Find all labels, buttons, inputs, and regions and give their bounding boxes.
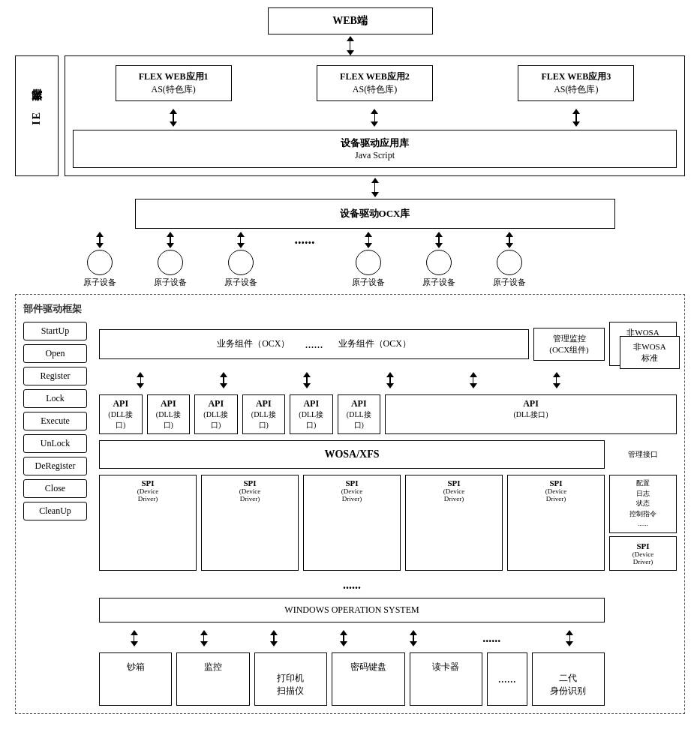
left-buttons: StartUp Open Register Lock Execute UnLoc… — [23, 322, 87, 520]
api-cell-right: API (DLL接口) — [385, 394, 677, 434]
hw-arrow-5 — [410, 630, 417, 646]
hw5-label: 读卡器 — [432, 662, 459, 672]
btn-register[interactable]: Register — [23, 367, 87, 386]
api3-title: API — [200, 398, 233, 410]
spi4-sub: (DeviceDriver) — [409, 488, 499, 502]
win-os-label: WINDOWS OPERATION SYSTEM — [284, 604, 419, 615]
mgmt-info-2: 日志 — [613, 489, 673, 500]
main-content: 业务组件（OCX） ...... 业务组件（OCX） 管理监控 (OCX组件) … — [99, 322, 677, 706]
wosa-box: WOSA/XFS — [99, 440, 605, 469]
atom-3: 原子设备 — [224, 232, 257, 288]
mgmt-line1: 管理监控 — [542, 333, 596, 344]
btn-open[interactable]: Open — [23, 344, 87, 363]
atom-label-2: 原子设备 — [154, 277, 187, 288]
spi-cell-5: SPI (DeviceDriver) — [507, 475, 605, 571]
atom-4: 原子设备 — [352, 232, 385, 288]
bi-arrow-main — [371, 178, 379, 197]
biz-arrow-6 — [553, 372, 560, 388]
flex-apps-row: FLEX WEB应用1 AS(特色库) FLEX WEB应用2 AS(特色库) … — [73, 65, 677, 101]
btn-unlock[interactable]: UnLock — [23, 434, 87, 453]
api1-title: API — [104, 398, 137, 410]
flex-apps-container: FLEX WEB应用1 AS(特色库) FLEX WEB应用2 AS(特色库) … — [65, 56, 685, 176]
hw-arrow-1 — [131, 630, 138, 646]
api2-sub: (DLL接口) — [152, 410, 185, 430]
hw-cell-dots: ...... — [487, 652, 527, 706]
hw-arrow-3 — [270, 630, 278, 646]
api-right-title: API — [390, 398, 671, 410]
api-cell-3: API (DLL接口) — [194, 394, 238, 434]
spi1-sub: (DeviceDriver) — [103, 488, 193, 502]
hw2-label: 监控 — [204, 662, 222, 672]
atom-circle-2 — [158, 250, 183, 275]
api-cell-5: API (DLL接口) — [290, 394, 333, 434]
bi-arrow-1 — [170, 109, 177, 127]
mgmt-info-1: 配置 — [613, 478, 673, 489]
flex-app-3: FLEX WEB应用3 AS(特色库) — [518, 65, 634, 101]
atom-dots: ...... — [294, 232, 314, 255]
spi1-title: SPI — [103, 478, 193, 488]
ie-browser-box: IE浏览器 — [15, 56, 59, 176]
hw-arrow-2 — [200, 630, 208, 646]
hw-arrow-6 — [566, 630, 573, 646]
hw4-label: 密码键盘 — [350, 662, 386, 672]
btn-cleanup[interactable]: CleanUp — [23, 502, 87, 520]
hw-cell-2: 监控 — [176, 652, 249, 706]
atom-label-3: 原子设备 — [224, 277, 257, 288]
atom-5: 原子设备 — [422, 232, 455, 288]
bi-arrow-3 — [572, 109, 580, 127]
spi-dots: ...... — [99, 578, 677, 592]
btn-deregister[interactable]: DeRegister — [23, 457, 87, 476]
atom-label-4: 原子设备 — [352, 277, 385, 288]
atom-label-5: 原子设备 — [422, 277, 455, 288]
atom-circle-3 — [228, 250, 254, 275]
web-label: WEB端 — [332, 15, 368, 26]
atom-label-1: 原子设备 — [83, 277, 116, 288]
biz-arrow-1 — [137, 372, 144, 388]
biz-components-box: 业务组件（OCX） ...... 业务组件（OCX） — [99, 329, 529, 359]
atom-circle-4 — [356, 250, 381, 275]
nowosa-std-2: 标准 — [623, 352, 676, 364]
nowosa-std-1: 非WOSA — [623, 341, 676, 352]
driver-app-line1: 设备驱动应用库 — [80, 136, 670, 150]
mgmt-interface-label: 管理接口 — [609, 449, 677, 460]
diagram-container: WEB端 IE浏览器 FLEX WEB应用1 AS(特色库) FLEX WEB应… — [0, 0, 700, 722]
hw-cell-4: 密码键盘 — [332, 652, 404, 706]
driver-app-box: 设备驱动应用库 Java Script — [73, 130, 677, 168]
api-cell-6: API (DLL接口) — [338, 394, 381, 434]
spi5-title: SPI — [511, 478, 601, 488]
api4-sub: (DLL接口) — [248, 410, 281, 430]
atom-1: 原子设备 — [83, 232, 116, 288]
api6-sub: (DLL接口) — [343, 410, 376, 430]
btn-close[interactable]: Close — [23, 479, 87, 498]
nowosa-std-box: 非WOSA 标准 — [620, 336, 680, 369]
biz-arrow-2 — [220, 372, 227, 388]
atom-circle-5 — [426, 250, 452, 275]
atom-devices-row: 原子设备 原子设备 原子设备 ...... 原子设备 原子设备 原子 — [65, 232, 545, 288]
api2-title: API — [152, 398, 185, 410]
btn-startup[interactable]: StartUp — [23, 322, 87, 340]
atom-label-6: 原子设备 — [493, 277, 526, 288]
api-right-sub: (DLL接口) — [390, 410, 671, 420]
api-cell-1: API (DLL接口) — [99, 394, 143, 434]
web-box: WEB端 — [268, 8, 433, 34]
hw-dots: ...... — [479, 632, 503, 645]
mgmt-info-5: ...... — [613, 519, 673, 530]
spi2-title: SPI — [205, 478, 295, 488]
btn-execute[interactable]: Execute — [23, 412, 87, 430]
biz-arrow-5 — [470, 372, 477, 388]
hw-cell-1: 钞箱 — [99, 652, 172, 706]
mgmt-box: 管理监控 (OCX组件) — [533, 328, 605, 361]
win-os-box: WINDOWS OPERATION SYSTEM — [99, 598, 605, 622]
atom-circle-1 — [87, 250, 113, 275]
spi-right-cell: SPI (DeviceDriver) — [609, 536, 677, 571]
spi-right-title: SPI — [613, 542, 673, 550]
spi3-sub: (DeviceDriver) — [307, 488, 397, 502]
atom-dots-label: ...... — [294, 232, 314, 248]
flex-app3-sub: AS(特色库) — [529, 83, 623, 96]
api3-sub: (DLL接口) — [200, 410, 233, 430]
btn-lock[interactable]: Lock — [23, 389, 87, 408]
spi-right-sub: (DeviceDriver) — [613, 550, 673, 566]
spi-cell-1: SPI (DeviceDriver) — [99, 475, 197, 571]
biz-dots: ...... — [305, 338, 323, 351]
biz-comp-2: 业务组件（OCX） — [338, 338, 411, 350]
